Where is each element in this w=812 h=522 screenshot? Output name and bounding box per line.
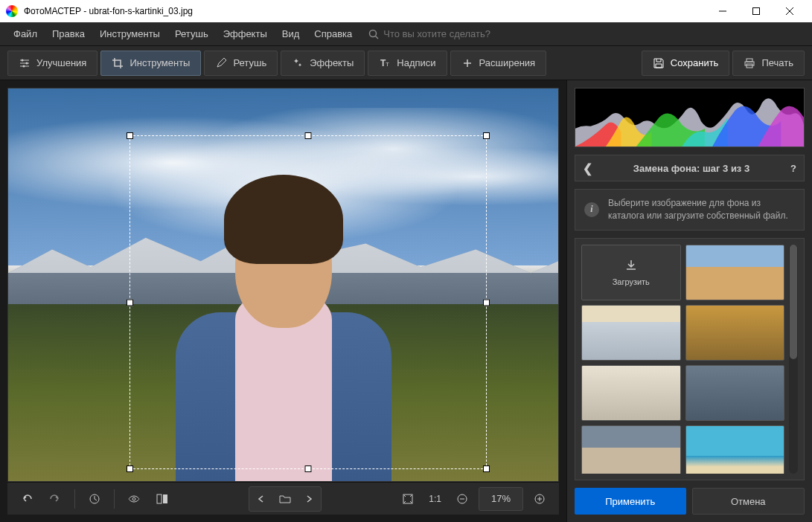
save-button[interactable]: Сохранить [642, 51, 730, 76]
undo-icon [20, 492, 33, 506]
scrollbar-thumb[interactable] [790, 245, 797, 359]
svg-point-4 [370, 30, 377, 36]
before-after-button[interactable] [150, 487, 174, 511]
minimize-button[interactable] [706, 0, 739, 22]
print-button[interactable]: Печать [732, 51, 805, 76]
svg-rect-21 [157, 494, 162, 503]
search-input[interactable] [383, 28, 532, 39]
menu-effects[interactable]: Эффекты [217, 25, 273, 42]
tab-retouch[interactable]: Ретушь [204, 51, 278, 76]
minimize-icon [719, 7, 726, 15]
plus-circle-icon [534, 493, 546, 505]
selection-box[interactable] [130, 135, 487, 469]
sliders-icon [19, 57, 31, 69]
prev-button[interactable] [249, 487, 273, 511]
main-area: 1:1 17% ❮ Замена фона: шаг 3 из 3 ? i [0, 80, 812, 522]
print-icon [744, 57, 755, 69]
info-icon: i [584, 202, 599, 217]
text-icon: TT [379, 57, 391, 69]
fit-button[interactable] [396, 487, 420, 511]
bg-thumb-winter[interactable] [581, 305, 681, 361]
selection-handle-tr[interactable] [483, 132, 490, 139]
menu-edit[interactable]: Правка [46, 25, 91, 42]
maximize-icon [752, 7, 760, 15]
undo-button[interactable] [15, 487, 39, 511]
plus-icon [461, 57, 473, 69]
zoom-value[interactable]: 17% [479, 487, 523, 511]
svg-point-11 [23, 65, 25, 67]
tab-text[interactable]: TT Надписи [368, 51, 447, 76]
apply-button[interactable]: Применить [575, 488, 686, 515]
selection-handle-br[interactable] [483, 465, 490, 472]
bg-thumb-room[interactable] [581, 365, 681, 421]
tab-tools[interactable]: Инструменты [100, 51, 201, 76]
maximize-button[interactable] [739, 0, 773, 22]
upload-label: Загрузить [613, 277, 650, 286]
chevron-left-icon [257, 494, 266, 503]
bottom-toolbar: 1:1 17% [7, 482, 559, 515]
selection-handle-t[interactable] [304, 132, 311, 139]
fit-icon [402, 493, 414, 505]
tab-extensions[interactable]: Расширения [450, 51, 547, 76]
canvas-image [8, 88, 558, 481]
selection-handle-b[interactable] [304, 465, 311, 472]
help-button[interactable]: ? [790, 163, 796, 174]
tab-effects[interactable]: Эффекты [281, 51, 365, 76]
selection-handle-bl[interactable] [127, 465, 133, 472]
history-icon [88, 492, 101, 506]
cancel-button[interactable]: Отмена [692, 488, 805, 515]
split-icon [156, 492, 169, 506]
tab-extensions-label: Расширения [479, 57, 536, 68]
menubar: Файл Правка Инструменты Ретушь Эффекты В… [0, 22, 812, 46]
selection-handle-tl[interactable] [127, 132, 133, 139]
tab-enhance-label: Улучшения [36, 57, 86, 68]
svg-point-20 [132, 497, 135, 500]
close-button[interactable] [773, 0, 806, 22]
history-button[interactable] [83, 487, 106, 511]
bg-thumb-city[interactable] [685, 365, 785, 421]
wand-icon [292, 57, 304, 69]
app-icon [6, 5, 18, 17]
svg-rect-16 [747, 59, 752, 62]
redo-button[interactable] [43, 487, 67, 511]
toolbar: Улучшения Инструменты Ретушь Эффекты TT … [0, 46, 812, 80]
panel-title: Замена фона: шаг 3 из 3 [600, 163, 783, 174]
info-text: Выберите изображение для фона из каталог… [608, 197, 795, 222]
menu-tools[interactable]: Инструменты [94, 25, 166, 42]
zoom-out-button[interactable] [450, 487, 474, 511]
bg-thumb-town[interactable] [581, 425, 681, 474]
minus-circle-icon [456, 493, 468, 505]
bg-thumb-autumn[interactable] [685, 305, 785, 361]
menu-view[interactable]: Вид [276, 25, 306, 42]
background-catalog: Загрузить [575, 238, 805, 480]
download-icon [624, 258, 639, 273]
compare-button[interactable] [122, 487, 146, 511]
menu-help[interactable]: Справка [308, 25, 358, 42]
print-label: Печать [761, 57, 793, 68]
histogram [575, 88, 805, 147]
canvas-viewport[interactable] [7, 88, 559, 482]
chevron-right-icon [304, 494, 313, 503]
svg-text:T: T [386, 61, 389, 68]
ratio-button[interactable]: 1:1 [424, 487, 446, 511]
svg-rect-1 [752, 8, 759, 15]
tab-text-label: Надписи [397, 57, 435, 68]
upload-background-button[interactable]: Загрузить [581, 245, 681, 300]
bg-thumb-beach[interactable] [685, 425, 785, 474]
browse-button[interactable] [273, 487, 297, 511]
back-button[interactable]: ❮ [583, 161, 592, 175]
crop-icon [112, 57, 124, 69]
catalog-scrollbar[interactable] [789, 245, 798, 474]
right-panel: ❮ Замена фона: шаг 3 из 3 ? i Выберите и… [566, 80, 812, 522]
menu-retouch[interactable]: Ретушь [169, 25, 214, 42]
bg-thumb-desert[interactable] [685, 245, 785, 300]
tab-retouch-label: Ретушь [233, 57, 266, 68]
tab-enhance[interactable]: Улучшения [7, 51, 97, 76]
zoom-in-button[interactable] [528, 487, 552, 511]
selection-handle-r[interactable] [483, 299, 490, 306]
menu-file[interactable]: Файл [7, 25, 43, 42]
next-button[interactable] [297, 487, 321, 511]
action-row: Применить Отмена [575, 488, 805, 515]
selection-handle-l[interactable] [127, 299, 133, 306]
histogram-chart [575, 88, 804, 146]
